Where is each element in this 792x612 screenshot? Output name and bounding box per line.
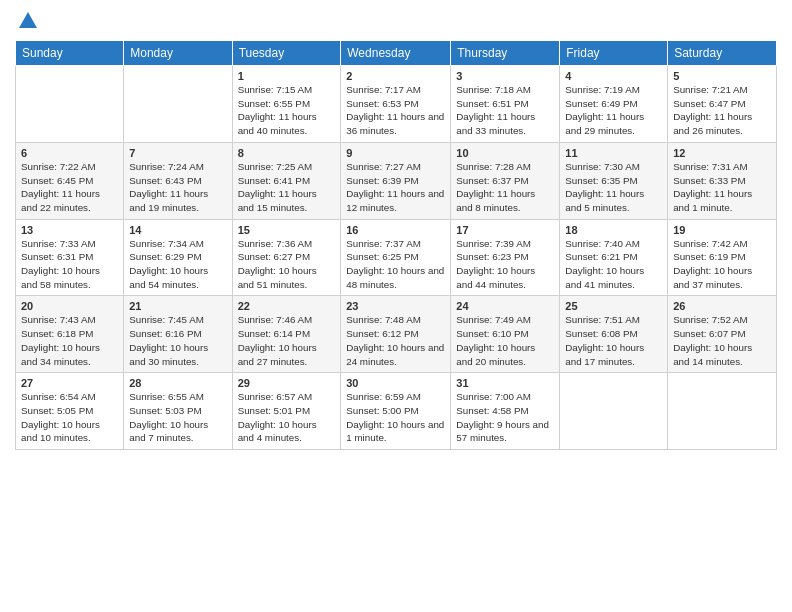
day-info: Sunrise: 7:22 AMSunset: 6:45 PMDaylight:… [21,160,118,215]
day-header-friday: Friday [560,41,668,66]
day-cell [16,66,124,143]
day-number: 21 [129,300,226,312]
day-number: 5 [673,70,771,82]
day-cell [560,373,668,450]
week-row-4: 27Sunrise: 6:54 AMSunset: 5:05 PMDayligh… [16,373,777,450]
day-number: 2 [346,70,445,82]
day-cell: 26Sunrise: 7:52 AMSunset: 6:07 PMDayligh… [668,296,777,373]
day-number: 22 [238,300,336,312]
day-header-sunday: Sunday [16,41,124,66]
day-number: 31 [456,377,554,389]
day-info: Sunrise: 7:33 AMSunset: 6:31 PMDaylight:… [21,237,118,292]
logo-text [15,10,39,32]
day-header-thursday: Thursday [451,41,560,66]
day-info: Sunrise: 7:30 AMSunset: 6:35 PMDaylight:… [565,160,662,215]
logo-icon [17,10,39,32]
day-cell [668,373,777,450]
day-info: Sunrise: 7:25 AMSunset: 6:41 PMDaylight:… [238,160,336,215]
day-cell: 11Sunrise: 7:30 AMSunset: 6:35 PMDayligh… [560,142,668,219]
day-info: Sunrise: 7:24 AMSunset: 6:43 PMDaylight:… [129,160,226,215]
day-cell: 5Sunrise: 7:21 AMSunset: 6:47 PMDaylight… [668,66,777,143]
day-number: 12 [673,147,771,159]
day-info: Sunrise: 7:37 AMSunset: 6:25 PMDaylight:… [346,237,445,292]
logo [15,10,39,32]
day-number: 4 [565,70,662,82]
day-header-wednesday: Wednesday [341,41,451,66]
day-cell: 22Sunrise: 7:46 AMSunset: 6:14 PMDayligh… [232,296,341,373]
day-cell: 17Sunrise: 7:39 AMSunset: 6:23 PMDayligh… [451,219,560,296]
day-number: 17 [456,224,554,236]
calendar-table: SundayMondayTuesdayWednesdayThursdayFrid… [15,40,777,450]
day-cell: 15Sunrise: 7:36 AMSunset: 6:27 PMDayligh… [232,219,341,296]
day-info: Sunrise: 7:27 AMSunset: 6:39 PMDaylight:… [346,160,445,215]
day-number: 14 [129,224,226,236]
day-header-saturday: Saturday [668,41,777,66]
week-row-0: 1Sunrise: 7:15 AMSunset: 6:55 PMDaylight… [16,66,777,143]
day-info: Sunrise: 7:42 AMSunset: 6:19 PMDaylight:… [673,237,771,292]
day-number: 27 [21,377,118,389]
day-number: 13 [21,224,118,236]
page: SundayMondayTuesdayWednesdayThursdayFrid… [0,0,792,612]
day-info: Sunrise: 7:00 AMSunset: 4:58 PMDaylight:… [456,390,554,445]
day-info: Sunrise: 7:45 AMSunset: 6:16 PMDaylight:… [129,313,226,368]
day-cell: 3Sunrise: 7:18 AMSunset: 6:51 PMDaylight… [451,66,560,143]
day-cell: 24Sunrise: 7:49 AMSunset: 6:10 PMDayligh… [451,296,560,373]
day-info: Sunrise: 6:57 AMSunset: 5:01 PMDaylight:… [238,390,336,445]
day-info: Sunrise: 7:52 AMSunset: 6:07 PMDaylight:… [673,313,771,368]
week-row-2: 13Sunrise: 7:33 AMSunset: 6:31 PMDayligh… [16,219,777,296]
day-number: 28 [129,377,226,389]
day-info: Sunrise: 7:15 AMSunset: 6:55 PMDaylight:… [238,83,336,138]
day-info: Sunrise: 7:34 AMSunset: 6:29 PMDaylight:… [129,237,226,292]
header [15,10,777,32]
day-info: Sunrise: 7:31 AMSunset: 6:33 PMDaylight:… [673,160,771,215]
day-number: 30 [346,377,445,389]
day-cell: 27Sunrise: 6:54 AMSunset: 5:05 PMDayligh… [16,373,124,450]
day-cell: 4Sunrise: 7:19 AMSunset: 6:49 PMDaylight… [560,66,668,143]
day-cell: 25Sunrise: 7:51 AMSunset: 6:08 PMDayligh… [560,296,668,373]
day-info: Sunrise: 7:49 AMSunset: 6:10 PMDaylight:… [456,313,554,368]
day-cell: 30Sunrise: 6:59 AMSunset: 5:00 PMDayligh… [341,373,451,450]
day-info: Sunrise: 7:17 AMSunset: 6:53 PMDaylight:… [346,83,445,138]
day-cell: 28Sunrise: 6:55 AMSunset: 5:03 PMDayligh… [124,373,232,450]
day-info: Sunrise: 7:43 AMSunset: 6:18 PMDaylight:… [21,313,118,368]
day-info: Sunrise: 7:19 AMSunset: 6:49 PMDaylight:… [565,83,662,138]
day-cell: 21Sunrise: 7:45 AMSunset: 6:16 PMDayligh… [124,296,232,373]
day-number: 18 [565,224,662,236]
day-header-monday: Monday [124,41,232,66]
day-info: Sunrise: 6:59 AMSunset: 5:00 PMDaylight:… [346,390,445,445]
day-number: 24 [456,300,554,312]
day-number: 10 [456,147,554,159]
day-cell: 29Sunrise: 6:57 AMSunset: 5:01 PMDayligh… [232,373,341,450]
day-number: 26 [673,300,771,312]
day-number: 25 [565,300,662,312]
day-cell: 18Sunrise: 7:40 AMSunset: 6:21 PMDayligh… [560,219,668,296]
day-cell: 16Sunrise: 7:37 AMSunset: 6:25 PMDayligh… [341,219,451,296]
day-cell: 23Sunrise: 7:48 AMSunset: 6:12 PMDayligh… [341,296,451,373]
day-number: 23 [346,300,445,312]
day-cell: 31Sunrise: 7:00 AMSunset: 4:58 PMDayligh… [451,373,560,450]
day-cell [124,66,232,143]
day-number: 1 [238,70,336,82]
day-cell: 8Sunrise: 7:25 AMSunset: 6:41 PMDaylight… [232,142,341,219]
day-info: Sunrise: 6:55 AMSunset: 5:03 PMDaylight:… [129,390,226,445]
day-cell: 19Sunrise: 7:42 AMSunset: 6:19 PMDayligh… [668,219,777,296]
day-number: 8 [238,147,336,159]
day-cell: 20Sunrise: 7:43 AMSunset: 6:18 PMDayligh… [16,296,124,373]
day-number: 6 [21,147,118,159]
week-row-3: 20Sunrise: 7:43 AMSunset: 6:18 PMDayligh… [16,296,777,373]
day-cell: 1Sunrise: 7:15 AMSunset: 6:55 PMDaylight… [232,66,341,143]
day-cell: 7Sunrise: 7:24 AMSunset: 6:43 PMDaylight… [124,142,232,219]
day-info: Sunrise: 7:46 AMSunset: 6:14 PMDaylight:… [238,313,336,368]
day-number: 19 [673,224,771,236]
day-info: Sunrise: 6:54 AMSunset: 5:05 PMDaylight:… [21,390,118,445]
header-row: SundayMondayTuesdayWednesdayThursdayFrid… [16,41,777,66]
day-number: 16 [346,224,445,236]
svg-marker-0 [19,12,37,28]
day-info: Sunrise: 7:21 AMSunset: 6:47 PMDaylight:… [673,83,771,138]
day-number: 11 [565,147,662,159]
day-info: Sunrise: 7:36 AMSunset: 6:27 PMDaylight:… [238,237,336,292]
day-info: Sunrise: 7:28 AMSunset: 6:37 PMDaylight:… [456,160,554,215]
day-number: 29 [238,377,336,389]
day-info: Sunrise: 7:18 AMSunset: 6:51 PMDaylight:… [456,83,554,138]
day-info: Sunrise: 7:39 AMSunset: 6:23 PMDaylight:… [456,237,554,292]
